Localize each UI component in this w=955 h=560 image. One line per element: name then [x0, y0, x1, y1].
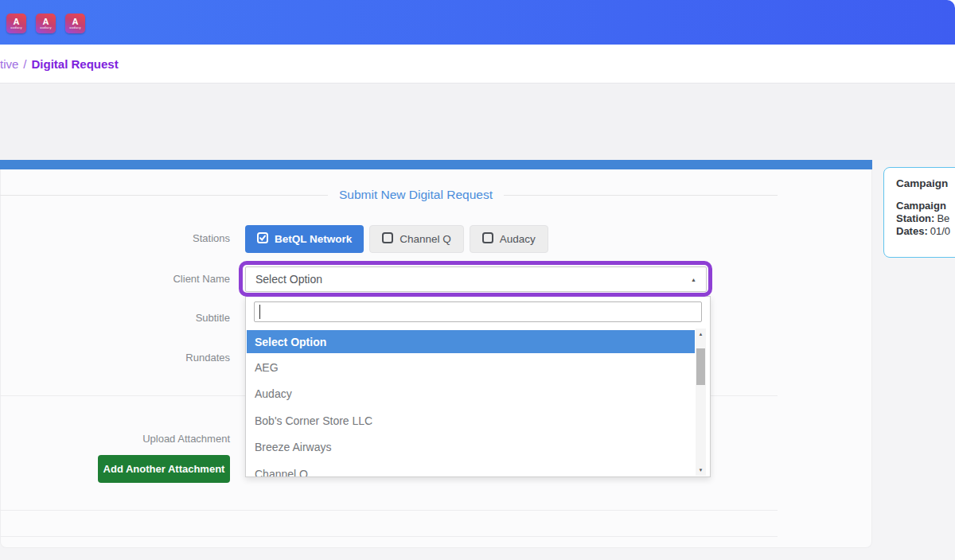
audacy-logo-letter: A: [72, 18, 79, 25]
client-name-label: Client Name: [0, 273, 230, 285]
stations-label: Stations: [0, 232, 230, 244]
station-toggle-label: Audacy: [500, 233, 536, 245]
top-bar: A audacy A audacy A audacy: [0, 0, 955, 45]
title-band: Digital Request: [0, 84, 955, 160]
checkbox-unchecked-icon: [482, 232, 493, 246]
audacy-logo-wordmark: audacy: [40, 25, 52, 29]
station-toggle-label: Channel Q: [400, 233, 451, 245]
station-toggle-betql-network[interactable]: BetQL Network: [245, 225, 364, 253]
campaign-summary-card: Campaign Campaign Station:Be Dates:01/0: [883, 167, 955, 258]
add-another-attachment-button[interactable]: Add Another Attachment: [98, 455, 230, 483]
station-toggle-channel-q[interactable]: Channel Q: [369, 225, 464, 253]
chevron-up-icon: ▲: [691, 277, 696, 282]
stations-button-group: BetQL Network Channel Q Audacy: [245, 225, 548, 253]
section-divider: [0, 510, 778, 511]
dropdown-option-channel-q[interactable]: Channel Q: [247, 461, 695, 477]
audacy-logo-wordmark: audacy: [69, 25, 81, 29]
station-toggle-label: BetQL Network: [275, 233, 352, 245]
heading-divider-left: [0, 195, 328, 196]
subtitle-label: Subtitle: [0, 312, 230, 324]
audacy-logo-letter: A: [14, 18, 20, 25]
section-divider: [0, 536, 778, 537]
station-toggle-audacy[interactable]: Audacy: [470, 225, 548, 253]
text-cursor: [259, 305, 260, 319]
audacy-logo-letter: A: [43, 18, 49, 25]
client-name-selected-value: Select Option: [255, 273, 322, 286]
heading-divider-right: [504, 195, 778, 196]
card-accent-bar: [0, 160, 872, 169]
dates-field: Dates:01/0: [896, 225, 955, 238]
form-heading: Submit New Digital Request: [339, 188, 493, 202]
dropdown-option-aeg[interactable]: AEG: [247, 355, 695, 380]
breadcrumb-separator: /: [23, 57, 26, 71]
breadcrumb: tive / Digital Request: [0, 45, 955, 84]
audacy-app-icon[interactable]: A audacy: [6, 14, 26, 33]
dropdown-option-audacy[interactable]: Audacy: [247, 381, 695, 406]
dropdown-scrollbar[interactable]: ▲ ▼: [696, 329, 706, 476]
rundates-label: Rundates: [0, 352, 230, 364]
breadcrumb-current: Digital Request: [32, 57, 119, 71]
dropdown-option-select-option[interactable]: Select Option: [247, 330, 695, 353]
campaign-field: Campaign: [896, 200, 955, 212]
scroll-down-icon[interactable]: ▼: [696, 465, 706, 476]
audacy-logo-wordmark: audacy: [10, 25, 22, 29]
client-name-dropdown: Select Option AEG Audacy Bob's Corner St…: [245, 296, 711, 477]
audacy-app-icon[interactable]: A audacy: [36, 14, 56, 33]
digital-request-page: A audacy A audacy A audacy tive / Digita…: [0, 0, 955, 560]
breadcrumb-parent-link[interactable]: tive: [0, 57, 18, 71]
station-field: Station:Be: [896, 212, 955, 225]
dropdown-option-bobs-corner-store[interactable]: Bob's Corner Store LLC: [247, 408, 695, 434]
audacy-app-icon[interactable]: A audacy: [65, 14, 85, 33]
campaign-card-title: Campaign: [896, 177, 955, 190]
form-heading-row: Submit New Digital Request: [0, 188, 778, 202]
upload-attachment-label: Upload Attachment: [0, 433, 230, 445]
scrollbar-thumb[interactable]: [696, 348, 705, 385]
checkbox-unchecked-icon: [382, 232, 393, 246]
scroll-up-icon[interactable]: ▲: [696, 329, 706, 340]
client-name-select[interactable]: Select Option ▲: [245, 266, 707, 292]
dropdown-option-breeze-airways[interactable]: Breeze Airways: [247, 434, 695, 460]
dropdown-search-input[interactable]: [254, 301, 702, 322]
checkbox-checked-icon: [257, 232, 268, 246]
